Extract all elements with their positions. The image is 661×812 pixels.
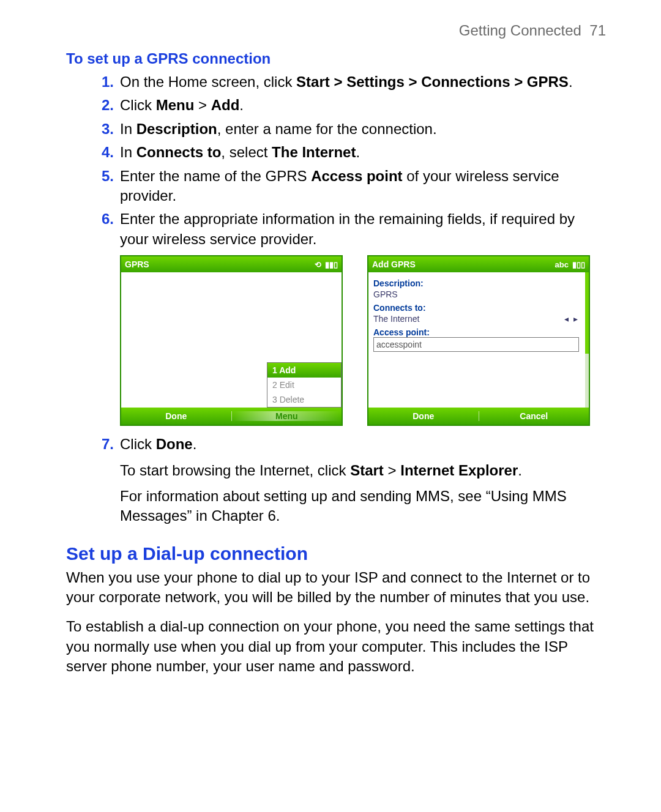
softkey-menu[interactable]: Menu [232, 411, 342, 421]
step-text: In Connects to, select The Internet. [120, 143, 606, 162]
step-number: 3. [66, 119, 120, 139]
step-3: 3. In Description, enter a name for the … [66, 119, 606, 139]
screenshot-row: GPRS ⟲ ▮▮▯ 1 Add 2 Edit 3 Delete Done Me… [120, 255, 606, 426]
phone-screenshot-add-gprs: Add GPRS abc ▮▯▯ Description: GPRS Conne… [367, 255, 590, 426]
page-number: 71 [589, 22, 606, 39]
access-point-label: Access point: [373, 327, 579, 337]
description-label: Description: [373, 278, 579, 288]
signal-icon: ▮▯▯ [572, 260, 585, 269]
sync-icon: ⟲ [315, 260, 321, 269]
softkey-cancel[interactable]: Cancel [479, 411, 589, 421]
phone-screenshot-gprs: GPRS ⟲ ▮▮▯ 1 Add 2 Edit 3 Delete Done Me… [120, 255, 343, 426]
post-step-notes: To start browsing the Internet, click St… [120, 461, 606, 526]
softkey-bar: Done Menu [121, 408, 342, 425]
screen-body: Description: GPRS Connects to: The Inter… [368, 272, 589, 408]
chapter-title: Getting Connected [459, 22, 581, 39]
step-number: 4. [66, 143, 120, 162]
titlebar-title: GPRS [125, 259, 149, 269]
gprs-steps-list-cont: 7. Click Done. [66, 434, 606, 454]
menu-item-edit[interactable]: 2 Edit [267, 378, 341, 392]
gprs-steps-list: 1. On the Home screen, click Start > Set… [66, 72, 606, 249]
step-number: 6. [66, 209, 120, 249]
titlebar-title: Add GPRS [372, 259, 416, 269]
selector-arrows-icon: ◂ ▸ [564, 314, 579, 324]
step-2: 2. Click Menu > Add. [66, 95, 606, 115]
input-indicator: abc [555, 260, 569, 269]
step-number: 2. [66, 95, 120, 115]
step-text: In Description, enter a name for the con… [120, 119, 606, 139]
titlebar: GPRS ⟲ ▮▮▯ [121, 256, 342, 272]
scrollbar-thumb[interactable] [585, 272, 589, 354]
step-text: Click Menu > Add. [120, 95, 606, 115]
running-head: Getting Connected 71 [66, 22, 606, 39]
step-text: On the Home screen, click Start > Settin… [120, 72, 606, 92]
browse-hint: To start browsing the Internet, click St… [120, 461, 606, 480]
signal-icon: ▮▮▯ [325, 260, 338, 269]
step-1: 1. On the Home screen, click Start > Set… [66, 72, 606, 92]
step-5: 5. Enter the name of the GPRS Access poi… [66, 166, 606, 206]
softkey-done[interactable]: Done [121, 411, 231, 421]
connects-to-value[interactable]: The Internet ◂ ▸ [373, 314, 579, 324]
gprs-form: Description: GPRS Connects to: The Inter… [368, 272, 584, 352]
subsection-title-gprs: To set up a GPRS connection [66, 50, 606, 67]
menu-item-delete[interactable]: 3 Delete [267, 392, 341, 407]
step-text: Enter the name of the GPRS Access point … [120, 166, 606, 206]
access-point-input[interactable] [373, 337, 579, 352]
softkey-done[interactable]: Done [368, 411, 479, 421]
step-text: Enter the appropriate information in the… [120, 209, 606, 249]
dialup-paragraph-2: To establish a dial-up connection on you… [66, 617, 606, 676]
step-4: 4. In Connects to, select The Internet. [66, 143, 606, 162]
softkey-bar: Done Cancel [368, 408, 589, 425]
screen-body: 1 Add 2 Edit 3 Delete [121, 272, 342, 408]
step-7: 7. Click Done. [66, 434, 606, 454]
description-value[interactable]: GPRS [373, 289, 579, 299]
step-number: 1. [66, 72, 120, 92]
context-menu: 1 Add 2 Edit 3 Delete [267, 362, 342, 408]
step-text: Click Done. [120, 434, 606, 454]
connects-to-text: The Internet [373, 314, 420, 324]
menu-item-add[interactable]: 1 Add [267, 363, 341, 378]
scrollbar[interactable] [585, 272, 589, 408]
titlebar: Add GPRS abc ▮▯▯ [368, 256, 589, 272]
section-title-dialup: Set up a Dial-up connection [66, 543, 606, 564]
mms-crossref: For information about setting up and sen… [120, 486, 606, 526]
connects-to-label: Connects to: [373, 303, 579, 313]
dialup-paragraph-1: When you use your phone to dial up to yo… [66, 568, 606, 608]
step-6: 6. Enter the appropriate information in … [66, 209, 606, 249]
manual-page: Getting Connected 71 To set up a GPRS co… [0, 0, 661, 812]
step-number: 7. [66, 434, 120, 454]
step-number: 5. [66, 166, 120, 206]
